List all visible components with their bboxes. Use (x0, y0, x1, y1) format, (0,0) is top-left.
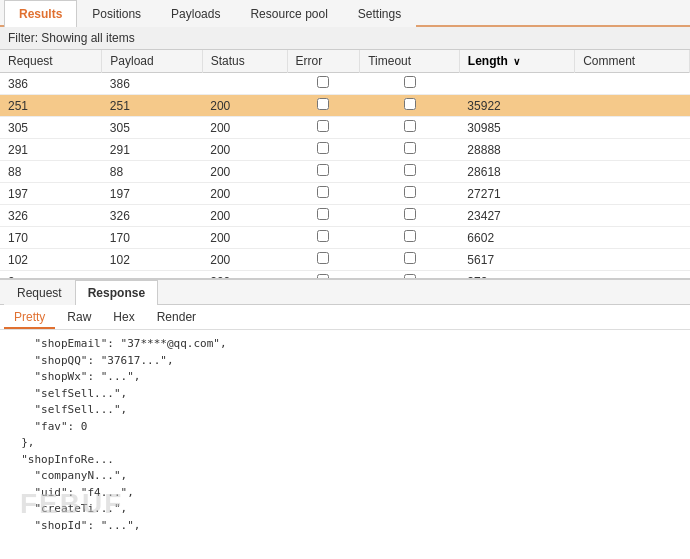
table-cell (575, 271, 690, 281)
tab-resource-pool[interactable]: Resource pool (235, 0, 342, 27)
filter-text: Filter: Showing all items (8, 31, 135, 45)
table-cell (575, 117, 690, 139)
table-cell: 291 (102, 139, 202, 161)
table-cell (459, 73, 574, 95)
table-cell: 200 (202, 161, 287, 183)
table-cell[interactable] (287, 161, 360, 183)
table-cell (575, 139, 690, 161)
format-tab-raw[interactable]: Raw (57, 307, 101, 329)
table-cell[interactable] (360, 205, 460, 227)
table-row[interactable]: 888820028618 (0, 161, 690, 183)
col-error[interactable]: Error (287, 50, 360, 73)
table-cell[interactable] (287, 227, 360, 249)
format-tab-bar: Pretty Raw Hex Render (0, 305, 690, 330)
table-cell (575, 227, 690, 249)
tab-response[interactable]: Response (75, 280, 158, 305)
table-row[interactable]: 1701702006602 (0, 227, 690, 249)
table-cell[interactable] (360, 183, 460, 205)
table-cell[interactable] (287, 249, 360, 271)
format-tab-pretty[interactable]: Pretty (4, 307, 55, 329)
table-cell (575, 95, 690, 117)
tab-results[interactable]: Results (4, 0, 77, 27)
table-cell: 200 (202, 227, 287, 249)
table-cell (575, 73, 690, 95)
table-cell: 200 (202, 249, 287, 271)
table-cell: 102 (102, 249, 202, 271)
watermark: FEBUF (20, 488, 123, 520)
table-cell[interactable] (287, 117, 360, 139)
table-cell: 372 (459, 271, 574, 281)
col-request[interactable]: Request (0, 50, 102, 73)
col-length[interactable]: Length ∨ (459, 50, 574, 73)
col-timeout[interactable]: Timeout (360, 50, 460, 73)
table-cell: 102 (0, 249, 102, 271)
table-cell[interactable] (360, 227, 460, 249)
table-cell[interactable] (360, 117, 460, 139)
table-cell[interactable] (360, 73, 460, 95)
table-cell (575, 161, 690, 183)
table-cell[interactable] (287, 205, 360, 227)
table-cell: 326 (102, 205, 202, 227)
table-cell (575, 183, 690, 205)
bottom-panel: Request Response Pretty Raw Hex Render "… (0, 280, 690, 540)
table-body: 3863862512512003592230530520030985291291… (0, 73, 690, 281)
table-cell[interactable] (287, 139, 360, 161)
table-cell: 326 (0, 205, 102, 227)
table-cell: 200 (202, 117, 287, 139)
json-line: "selfSell...", (8, 386, 682, 403)
table-cell: 200 (202, 183, 287, 205)
table-cell[interactable] (287, 95, 360, 117)
table-row[interactable]: 1021022005617 (0, 249, 690, 271)
table-cell: 386 (102, 73, 202, 95)
table-cell: 28888 (459, 139, 574, 161)
tab-payloads[interactable]: Payloads (156, 0, 235, 27)
json-line: "shopQQ": "37617...", (8, 353, 682, 370)
table-cell: 200 (202, 139, 287, 161)
json-line: "selfSell...", (8, 402, 682, 419)
table-cell: 35922 (459, 95, 574, 117)
table-cell[interactable] (360, 161, 460, 183)
table-cell (102, 271, 202, 281)
table-cell: 6602 (459, 227, 574, 249)
table-cell: 28618 (459, 161, 574, 183)
response-content[interactable]: "shopEmail": "37****@qq.com", "shopQQ": … (0, 330, 690, 530)
table-row[interactable]: 30530520030985 (0, 117, 690, 139)
results-table: Request Payload Status Error Timeout Len… (0, 50, 690, 280)
table-row[interactable]: 32632620023427 (0, 205, 690, 227)
table-row[interactable]: 19719720027271 (0, 183, 690, 205)
tab-settings[interactable]: Settings (343, 0, 416, 27)
results-table-wrapper[interactable]: Request Payload Status Error Timeout Len… (0, 50, 690, 280)
table-cell[interactable] (360, 249, 460, 271)
table-cell: 5617 (459, 249, 574, 271)
table-cell: 27271 (459, 183, 574, 205)
table-cell (575, 205, 690, 227)
table-cell[interactable] (360, 95, 460, 117)
table-row[interactable]: 29129120028888 (0, 139, 690, 161)
col-payload[interactable]: Payload (102, 50, 202, 73)
table-cell (575, 249, 690, 271)
format-tab-render[interactable]: Render (147, 307, 206, 329)
sort-icon: ∨ (513, 56, 520, 67)
table-row[interactable]: 25125120035922 (0, 95, 690, 117)
table-cell[interactable] (360, 139, 460, 161)
table-cell: 200 (202, 95, 287, 117)
sub-tab-bar: Request Response (0, 280, 690, 305)
table-cell: 170 (0, 227, 102, 249)
format-tab-hex[interactable]: Hex (103, 307, 144, 329)
json-line: "shopInfoRe... (8, 452, 682, 469)
tab-request[interactable]: Request (4, 280, 75, 305)
table-row[interactable]: 386386 (0, 73, 690, 95)
table-cell[interactable] (287, 271, 360, 281)
table-cell: 200 (202, 205, 287, 227)
table-cell: 0 (0, 271, 102, 281)
table-cell: 88 (102, 161, 202, 183)
table-cell[interactable] (360, 271, 460, 281)
table-cell[interactable] (287, 183, 360, 205)
table-cell: 88 (0, 161, 102, 183)
tab-positions[interactable]: Positions (77, 0, 156, 27)
col-comment[interactable]: Comment (575, 50, 690, 73)
col-status[interactable]: Status (202, 50, 287, 73)
table-cell: 305 (0, 117, 102, 139)
table-cell[interactable] (287, 73, 360, 95)
table-row[interactable]: 0200372 (0, 271, 690, 281)
